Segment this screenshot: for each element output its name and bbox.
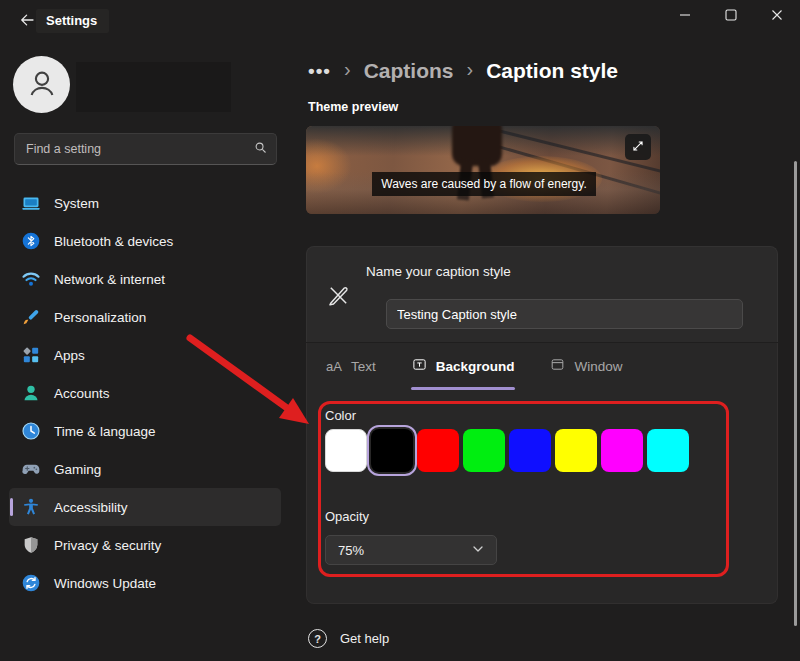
arrow-head [279,398,309,424]
sidebar-item-label: Accessibility [54,500,128,515]
selected-tab-underline [411,387,516,390]
color-swatch-magenta[interactable] [601,429,643,472]
opacity-value: 75% [338,543,364,558]
person-icon [25,66,59,103]
chevron-down-icon [472,543,484,558]
opacity-dropdown[interactable]: 75% [325,535,497,565]
minimize-button[interactable] [662,0,708,33]
apps-icon [21,345,41,365]
search-box [14,133,277,165]
style-tabs: aA Text Background [325,351,623,390]
sidebar-item-label: Network & internet [54,272,165,287]
caption-sample-text: Waves are caused by a flow of energy. [381,177,586,191]
shield-icon [21,535,41,555]
sidebar-item-label: Privacy & security [54,538,161,553]
sidebar-item-label: Time & language [54,424,156,439]
color-swatch-blue[interactable] [509,429,551,472]
tab-label: Text [351,359,376,374]
settings-window: Settings [0,0,800,661]
color-section-label: Color [325,408,356,423]
sidebar-item-label: Windows Update [54,576,156,591]
sidebar-item-privacy[interactable]: Privacy & security [9,526,281,564]
personalization-icon [21,307,41,327]
app-title-box: Settings [36,9,109,33]
sidebar-item-system[interactable]: System [9,184,281,222]
color-swatch-white[interactable] [325,429,367,472]
sidebar-item-label: Bluetooth & devices [54,234,173,249]
window-controls [662,0,800,33]
color-swatch-yellow[interactable] [555,429,597,472]
text-style-icon: aA [326,359,342,374]
tab-text[interactable]: aA Text [325,351,377,390]
page-title: Caption style [486,59,618,83]
breadcrumb-captions[interactable]: Captions [364,59,454,83]
color-swatch-cyan[interactable] [647,429,689,472]
chevron-right-icon: › [344,58,351,84]
windows-update-icon [21,573,41,593]
breadcrumb-ellipsis[interactable]: ••• [308,60,331,82]
name-caption-card: Name your caption style [306,246,778,342]
search-icon [253,140,268,158]
chevron-right-icon: › [466,58,473,84]
sidebar-item-label: Accounts [54,386,110,401]
sidebar-nav: System Bluetooth & devices Network & int… [9,184,281,602]
caption-style-editor-card: aA Text Background [306,343,778,604]
accounts-icon [21,383,41,403]
get-help-label: Get help [340,631,389,646]
help-icon: ? [308,629,327,648]
preview-deck-shading [306,126,660,214]
sidebar-item-accounts[interactable]: Accounts [9,374,281,412]
color-swatch-red[interactable] [417,429,459,472]
gaming-icon [21,459,41,479]
maximize-button[interactable] [708,0,754,33]
sidebar-item-personalization[interactable]: Personalization [9,298,281,336]
sidebar-item-label: System [54,196,99,211]
bluetooth-icon [21,231,41,251]
time-language-icon [21,421,41,441]
sidebar-item-network[interactable]: Network & internet [9,260,281,298]
color-swatch-green[interactable] [463,429,505,472]
vertical-scrollbar[interactable] [794,161,797,626]
sidebar-item-accessibility[interactable]: Accessibility [9,488,281,526]
color-swatches [325,429,689,472]
tab-window[interactable]: Window [549,351,623,390]
caption-sample-bar: Waves are caused by a flow of energy. [372,172,596,196]
redacted-username-block [76,62,231,112]
tab-label: Background [436,359,515,374]
theme-preview-image: Waves are caused by a flow of energy. [306,126,660,214]
avatar[interactable] [13,56,70,113]
close-button[interactable] [754,0,800,33]
accessibility-icon [21,497,41,517]
sidebar-item-bluetooth[interactable]: Bluetooth & devices [9,222,281,260]
color-swatch-black[interactable] [371,429,413,472]
background-style-icon [412,357,427,375]
app-title: Settings [46,13,97,28]
system-icon [21,193,41,213]
sidebar-item-time-language[interactable]: Time & language [9,412,281,450]
theme-preview-label: Theme preview [308,100,398,114]
expand-icon [631,139,645,156]
back-arrow-icon [18,11,36,32]
opacity-section-label: Opacity [325,509,369,524]
get-help-link[interactable]: ? Get help [308,629,389,648]
selected-indicator-pill [10,498,13,516]
close-icon [771,9,783,24]
caption-style-edit-icon [326,283,351,311]
sidebar-item-windows-update[interactable]: Windows Update [9,564,281,602]
maximize-icon [725,9,737,24]
titlebar: Settings [0,0,800,45]
sidebar-item-apps[interactable]: Apps [9,336,281,374]
name-caption-label: Name your caption style [366,264,511,279]
minimize-icon [679,9,691,24]
breadcrumb: ••• › Captions › Caption style [308,54,618,88]
sidebar-item-gaming[interactable]: Gaming [9,450,281,488]
expand-preview-button[interactable] [625,134,651,160]
sidebar-item-label: Personalization [54,310,146,325]
network-icon [21,269,41,289]
sidebar-item-label: Apps [54,348,85,363]
sidebar-item-label: Gaming [54,462,101,477]
search-input[interactable] [26,142,253,156]
tab-label: Window [574,359,622,374]
tab-background[interactable]: Background [411,351,516,390]
caption-style-name-input[interactable] [386,299,743,329]
